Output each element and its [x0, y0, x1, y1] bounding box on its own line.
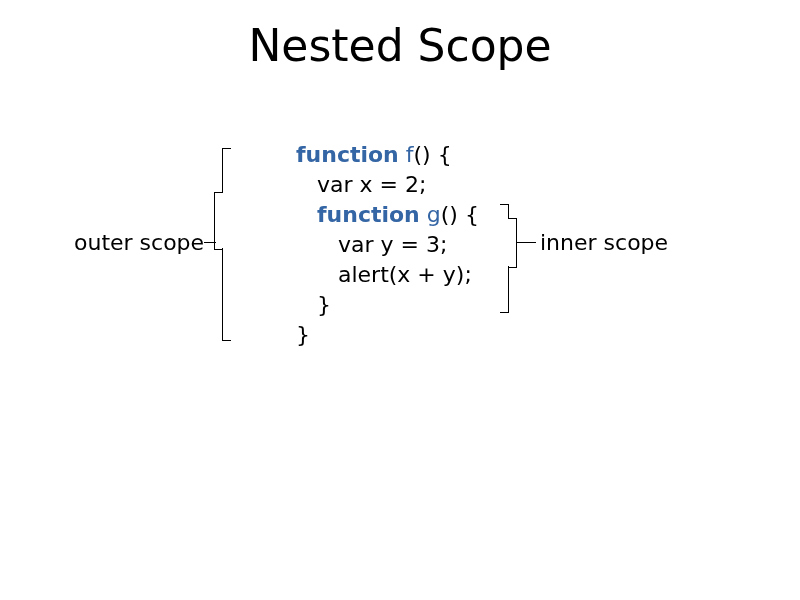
keyword-function: function: [296, 142, 399, 167]
bracket-outer: [204, 242, 216, 243]
bracket-inner: [508, 218, 517, 268]
bracket-outer: [222, 148, 231, 193]
keyword-function: function: [317, 202, 420, 227]
function-name-g: g: [427, 202, 441, 227]
slide: Nested Scope function f() { var x = 2; f…: [0, 0, 800, 600]
page-title: Nested Scope: [0, 20, 800, 71]
code-text: [296, 202, 317, 227]
code-text: () {: [414, 142, 452, 167]
label-outer-scope: outer scope: [74, 230, 204, 255]
bracket-outer: [222, 248, 231, 341]
label-inner-scope: inner scope: [540, 230, 668, 255]
bracket-inner: [500, 266, 509, 313]
bracket-inner: [516, 242, 536, 243]
code-text: }: [296, 292, 331, 317]
code-block: function f() { var x = 2; function g() {…: [296, 140, 479, 350]
code-text: var x = 2;: [296, 172, 426, 197]
code-text: }: [296, 322, 310, 347]
code-text: () {: [441, 202, 479, 227]
code-text: var y = 3;: [296, 232, 447, 257]
bracket-inner: [500, 204, 509, 219]
code-text: alert(x + y);: [296, 262, 472, 287]
function-name-f: f: [406, 142, 414, 167]
